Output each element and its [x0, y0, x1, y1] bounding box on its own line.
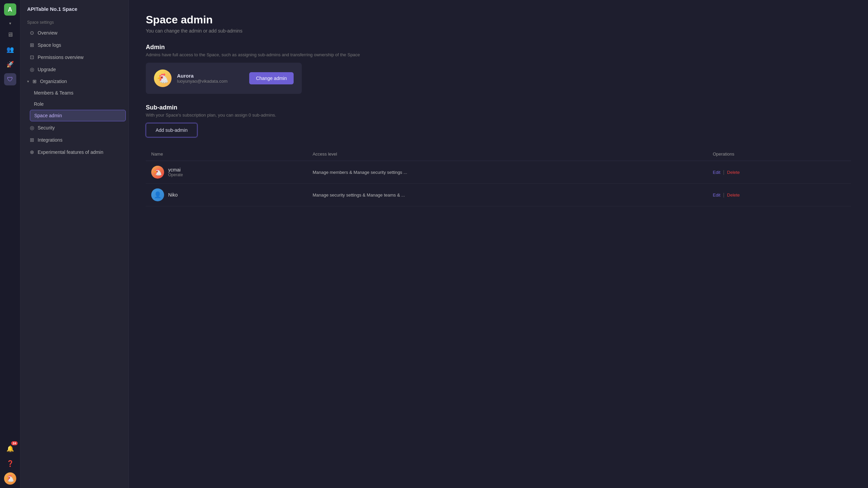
user-cell-niko: 👤 Niko	[146, 184, 307, 206]
admin-avatar: 🐔	[154, 69, 172, 87]
ycmai-delete-link[interactable]: Delete	[727, 170, 740, 175]
admin-info: Aurora luoyunyao@vikadata.com	[177, 73, 244, 84]
ycmai-access-desc: Manage members & Manage security setting…	[313, 170, 407, 175]
sidebar-item-label: Integrations	[38, 137, 62, 143]
niko-ops: Edit | Delete	[707, 184, 851, 206]
integrations-icon: ⊞	[30, 137, 34, 143]
table-row: 👤 Niko Manage security settings & Manage…	[146, 184, 851, 206]
permissions-icon: ⊡	[30, 54, 34, 60]
space-logs-icon: ⊞	[30, 42, 34, 48]
col-operations: Operations	[707, 147, 851, 161]
sidebar-item-experimental[interactable]: ⊗ Experimental features of admin	[23, 146, 126, 158]
ycmai-role: Operate	[168, 172, 183, 177]
main-content: Space admin You can change the admin or …	[129, 0, 868, 488]
ycmai-ops: Edit | Delete	[707, 161, 851, 184]
sub-admin-title: Sub-admin	[146, 104, 851, 111]
admin-section-title: Admin	[146, 44, 851, 51]
sidebar-item-security[interactable]: ◎ Security	[23, 122, 126, 134]
ycmai-name: ycmai	[168, 167, 183, 172]
admin-avatar-image: 🐔	[154, 69, 172, 87]
sub-admin-desc: With your Space's subscription plan, you…	[146, 113, 851, 118]
role-label: Role	[34, 101, 44, 107]
experimental-icon: ⊗	[30, 149, 34, 155]
security-icon: ◎	[30, 125, 34, 131]
niko-avatar: 👤	[151, 188, 164, 201]
sidebar-header: APITable No.1 Space	[20, 0, 129, 15]
sidebar-item-space-admin[interactable]: Space admin	[30, 110, 126, 121]
sidebar-item-role[interactable]: Role	[30, 99, 126, 109]
sidebar-organization-header[interactable]: ▾ ⊞ Organization	[23, 76, 126, 87]
sidebar-item-permissions-overview[interactable]: ⊡ Permissions overview	[23, 51, 126, 63]
sidebar-item-overview[interactable]: ⊙ Overview	[23, 27, 126, 39]
chevron-down-icon: ▾	[27, 79, 29, 84]
admin-section-desc: Admins have full access to the Space, su…	[146, 52, 851, 57]
ycmai-avatar: 🐔	[151, 166, 164, 179]
app-logo[interactable]: A	[4, 3, 16, 16]
organization-sub-items: Members & Teams Role Space admin	[23, 87, 126, 121]
ycmai-info: ycmai Operate	[168, 167, 183, 177]
desktop-icon[interactable]: 🖥	[4, 28, 16, 41]
niko-access-desc: Manage security settings & Manage teams …	[313, 192, 405, 198]
ops-divider: |	[723, 169, 725, 175]
sidebar-item-members-teams[interactable]: Members & Teams	[30, 87, 126, 98]
help-icon[interactable]: ❓	[4, 458, 16, 470]
sidebar-item-label: Experimental features of admin	[38, 149, 103, 155]
people-icon[interactable]: 👥	[4, 43, 16, 56]
sidebar-item-label: Space logs	[38, 42, 61, 48]
sidebar-item-integrations[interactable]: ⊞ Integrations	[23, 134, 126, 146]
add-sub-admin-button[interactable]: Add sub-admin	[146, 123, 197, 137]
organization-label: Organization	[40, 79, 67, 84]
change-admin-button[interactable]: Change admin	[249, 72, 294, 84]
col-name: Name	[146, 147, 307, 161]
space-admin-label: Space admin	[34, 113, 62, 118]
sidebar-item-space-logs[interactable]: ⊞ Space logs	[23, 39, 126, 51]
sidebar-space-name: APITable No.1 Space	[27, 6, 77, 12]
niko-delete-link[interactable]: Delete	[727, 192, 740, 198]
ycmai-access: Manage members & Manage security setting…	[307, 161, 707, 184]
sidebar: APITable No.1 Space Space settings ⊙ Ove…	[20, 0, 129, 488]
sidebar-item-upgrade[interactable]: ◎ Upgrade	[23, 63, 126, 76]
admin-name: Aurora	[177, 73, 244, 79]
page-title: Space admin	[146, 14, 851, 26]
niko-name: Niko	[168, 192, 178, 198]
notifications-button[interactable]: 🔔 24	[4, 443, 16, 455]
ycmai-avatar-image: 🐔	[151, 166, 164, 179]
page-subtitle: You can change the admin or add sub-admi…	[146, 28, 851, 34]
space-chevron-icon[interactable]: ▾	[9, 21, 11, 26]
sub-admin-section: Sub-admin With your Space's subscription…	[146, 104, 851, 206]
notification-badge: 24	[11, 441, 17, 445]
niko-avatar-image: 👤	[151, 188, 164, 201]
niko-access: Manage security settings & Manage teams …	[307, 184, 707, 206]
sidebar-item-label: Overview	[38, 30, 57, 36]
user-cell-ycmai: 🐔 ycmai Operate	[146, 161, 307, 184]
user-avatar-image: 🐔	[4, 472, 16, 485]
niko-edit-link[interactable]: Edit	[713, 192, 720, 198]
niko-info: Niko	[168, 192, 178, 198]
ycmai-edit-link[interactable]: Edit	[713, 170, 720, 175]
overview-icon: ⊙	[30, 30, 34, 36]
icon-bar: A ▾ 🖥 👥 🚀 🛡 🔔 24 ❓ 🐔	[0, 0, 20, 488]
col-access: Access level	[307, 147, 707, 161]
shield-icon[interactable]: 🛡	[4, 73, 16, 85]
sidebar-organization-group: ▾ ⊞ Organization Members & Teams Role Sp…	[23, 76, 126, 122]
rocket-icon[interactable]: 🚀	[4, 58, 16, 70]
admin-card: 🐔 Aurora luoyunyao@vikadata.com Change a…	[146, 63, 302, 94]
admin-email: luoyunyao@vikadata.com	[177, 79, 244, 84]
sidebar-section-label: Space settings	[20, 15, 129, 27]
upgrade-icon: ◎	[30, 66, 34, 73]
sub-admin-table: Name Access level Operations 🐔 ycmai	[146, 147, 851, 206]
ops-divider: |	[723, 192, 725, 198]
sidebar-item-label: Security	[38, 125, 55, 130]
members-teams-label: Members & Teams	[34, 90, 73, 96]
table-row: 🐔 ycmai Operate Manage members & Manage …	[146, 161, 851, 184]
sidebar-item-label: Upgrade	[38, 67, 56, 72]
organization-icon: ⊞	[33, 79, 37, 84]
sidebar-item-label: Permissions overview	[38, 55, 83, 60]
user-avatar[interactable]: 🐔	[4, 472, 16, 485]
